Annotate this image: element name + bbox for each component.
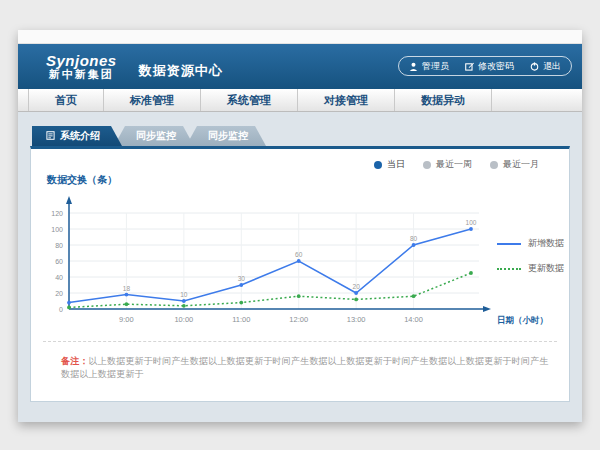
- tab-sync-monitor-2[interactable]: 同步监控: [186, 126, 266, 146]
- nav-item-home[interactable]: 首页: [28, 89, 104, 111]
- app-window: Synjones 新中新集团 数据资源中心 管理员 修改密码 退出: [18, 30, 582, 422]
- radio-dot-icon: [374, 161, 382, 169]
- user-icon: [409, 62, 418, 71]
- nav-item-standard-mgmt[interactable]: 标准管理: [104, 89, 201, 111]
- svg-text:11:00: 11:00: [232, 315, 250, 324]
- radio-last-week[interactable]: 最近一周: [423, 158, 472, 171]
- radio-last-month[interactable]: 最近一月: [490, 158, 539, 171]
- radio-dot-icon: [423, 161, 431, 169]
- logo-english: Synjones: [46, 53, 117, 69]
- legend-label: 更新数据: [528, 262, 564, 275]
- company-logo: Synjones 新中新集团: [46, 53, 117, 80]
- tab-label: 系统介绍: [60, 129, 100, 143]
- document-icon: [46, 131, 55, 142]
- user-menu: 管理员 修改密码 退出: [398, 56, 572, 76]
- nav-item-interface-mgmt[interactable]: 对接管理: [298, 89, 395, 111]
- tab-label: 同步监控: [208, 129, 248, 143]
- svg-text:14:00: 14:00: [404, 315, 423, 324]
- edit-icon: [465, 62, 474, 71]
- admin-user-button[interactable]: 管理员: [409, 60, 449, 73]
- svg-text:120: 120: [51, 210, 63, 217]
- time-range-filter: 当日 最近一周 最近一月: [374, 158, 539, 171]
- dotted-line-icon: [497, 268, 521, 270]
- svg-text:60: 60: [55, 258, 63, 265]
- svg-text:12:00: 12:00: [289, 315, 308, 324]
- radio-today[interactable]: 当日: [374, 158, 405, 171]
- nav-item-data-change[interactable]: 数据异动: [395, 89, 492, 111]
- chart-panel: 当日 最近一周 最近一月 数据交换（条） 0204060801001209:00…: [30, 146, 570, 402]
- tab-bar: 系统介绍 同步监控 同步监控: [32, 126, 582, 146]
- chart-legend: 新增数据 更新数据: [497, 237, 564, 275]
- svg-text:18: 18: [123, 285, 131, 292]
- logout-icon: [530, 62, 539, 71]
- user-menu-label: 修改密码: [478, 60, 514, 73]
- svg-text:60: 60: [295, 251, 303, 258]
- page-title: 数据资源中心: [139, 62, 223, 80]
- svg-text:13:00: 13:00: [347, 315, 366, 324]
- svg-text:0: 0: [59, 306, 63, 313]
- svg-text:100: 100: [51, 226, 63, 233]
- radio-dot-icon: [490, 161, 498, 169]
- radio-label: 当日: [387, 158, 405, 171]
- svg-text:80: 80: [55, 242, 63, 249]
- svg-text:10: 10: [180, 291, 188, 298]
- footnote: 备注：以上数据更新于时间产生数据以上数据更新于时间产生数据以上数据更新于时间产生…: [61, 355, 549, 381]
- y-axis-title: 数据交换（条）: [47, 173, 117, 187]
- radio-label: 最近一月: [503, 158, 539, 171]
- tab-system-intro[interactable]: 系统介绍: [32, 126, 122, 146]
- user-menu-label: 退出: [543, 60, 561, 73]
- solid-line-icon: [497, 243, 521, 245]
- svg-text:日期（小时）: 日期（小时）: [497, 315, 548, 325]
- nav-item-system-mgmt[interactable]: 系统管理: [201, 89, 298, 111]
- user-menu-label: 管理员: [422, 60, 449, 73]
- legend-label: 新增数据: [528, 237, 564, 250]
- svg-text:100: 100: [466, 219, 477, 226]
- change-password-button[interactable]: 修改密码: [465, 60, 514, 73]
- logout-button[interactable]: 退出: [530, 60, 561, 73]
- svg-text:40: 40: [55, 274, 63, 281]
- svg-text:80: 80: [410, 235, 418, 242]
- note-divider: [43, 341, 557, 342]
- footnote-text: 以上数据更新于时间产生数据以上数据更新于时间产生数据以上数据更新于时间产生数据以…: [61, 356, 549, 379]
- radio-label: 最近一周: [436, 158, 472, 171]
- svg-text:30: 30: [238, 275, 246, 282]
- tab-label: 同步监控: [136, 129, 176, 143]
- svg-text:10:00: 10:00: [174, 315, 193, 324]
- legend-updated-data: 更新数据: [497, 262, 564, 275]
- footnote-prefix: 备注：: [61, 356, 89, 366]
- chart-area: 0204060801001209:0010:0011:0012:0013:001…: [35, 191, 571, 341]
- line-chart: 0204060801001209:0010:0011:0012:0013:001…: [35, 191, 571, 337]
- tab-sync-monitor-1[interactable]: 同步监控: [114, 126, 194, 146]
- app-header: Synjones 新中新集团 数据资源中心 管理员 修改密码 退出: [18, 44, 582, 89]
- logo-chinese: 新中新集团: [46, 69, 117, 81]
- browser-strip: [18, 30, 582, 44]
- main-nav: 首页 标准管理 系统管理 对接管理 数据异动: [18, 89, 582, 112]
- svg-text:20: 20: [353, 283, 361, 290]
- legend-new-data: 新增数据: [497, 237, 564, 250]
- svg-text:9:00: 9:00: [119, 315, 134, 324]
- svg-text:20: 20: [55, 290, 63, 297]
